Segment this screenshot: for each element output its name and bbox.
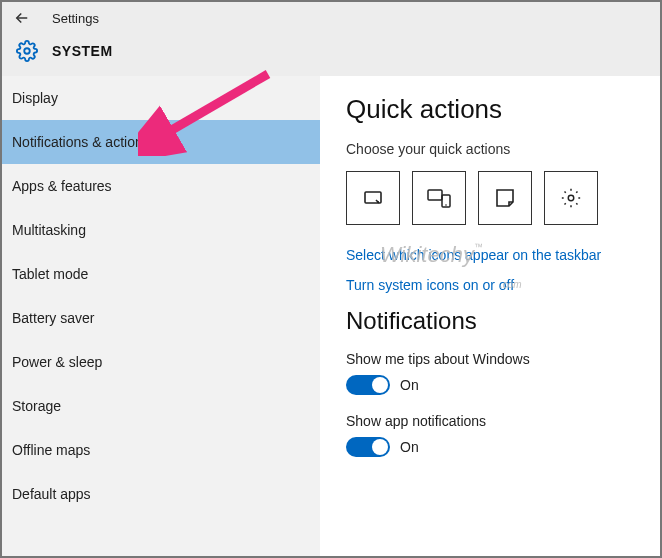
svg-point-2 [377,201,379,203]
back-button[interactable] [10,6,34,30]
quick-actions-heading: Quick actions [346,94,636,125]
sidebar-item-power-sleep[interactable]: Power & sleep [2,340,320,384]
appnotif-toggle[interactable] [346,437,390,457]
svg-point-5 [445,204,447,206]
sidebar-item-multitasking[interactable]: Multitasking [2,208,320,252]
link-taskbar-icons[interactable]: Select which icons appear on the taskbar [346,247,636,263]
sidebar-item-tablet-mode[interactable]: Tablet mode [2,252,320,296]
section-header: SYSTEM [2,34,660,76]
sidebar-item-apps-features[interactable]: Apps & features [2,164,320,208]
appnotif-label: Show app notifications [346,413,636,429]
link-system-icons[interactable]: Turn system icons on or off [346,277,636,293]
tips-label: Show me tips about Windows [346,351,636,367]
sidebar-item-notifications-actions[interactable]: Notifications & actions [2,120,320,164]
app-title: Settings [52,11,99,26]
gear-icon [16,40,38,62]
quick-action-settings[interactable] [544,171,598,225]
tips-state: On [400,377,419,393]
sidebar: Display Notifications & actions Apps & f… [2,76,320,556]
notifications-heading: Notifications [346,307,636,335]
section-label: SYSTEM [52,43,113,59]
svg-point-0 [24,48,30,54]
svg-point-6 [568,195,574,201]
content-pane: Quick actions Choose your quick actions … [320,76,660,556]
quick-action-tiles [346,171,636,225]
sidebar-item-default-apps[interactable]: Default apps [2,472,320,516]
sidebar-item-storage[interactable]: Storage [2,384,320,428]
appnotif-state: On [400,439,419,455]
sidebar-item-display[interactable]: Display [2,76,320,120]
svg-rect-3 [428,190,442,200]
sidebar-item-offline-maps[interactable]: Offline maps [2,428,320,472]
quick-action-note[interactable] [478,171,532,225]
quick-action-connect[interactable] [412,171,466,225]
quick-action-tablet-mode[interactable] [346,171,400,225]
main-layout: Display Notifications & actions Apps & f… [2,76,660,556]
tips-toggle[interactable] [346,375,390,395]
sidebar-item-battery-saver[interactable]: Battery saver [2,296,320,340]
quick-actions-sub: Choose your quick actions [346,141,636,157]
titlebar: Settings [2,2,660,34]
